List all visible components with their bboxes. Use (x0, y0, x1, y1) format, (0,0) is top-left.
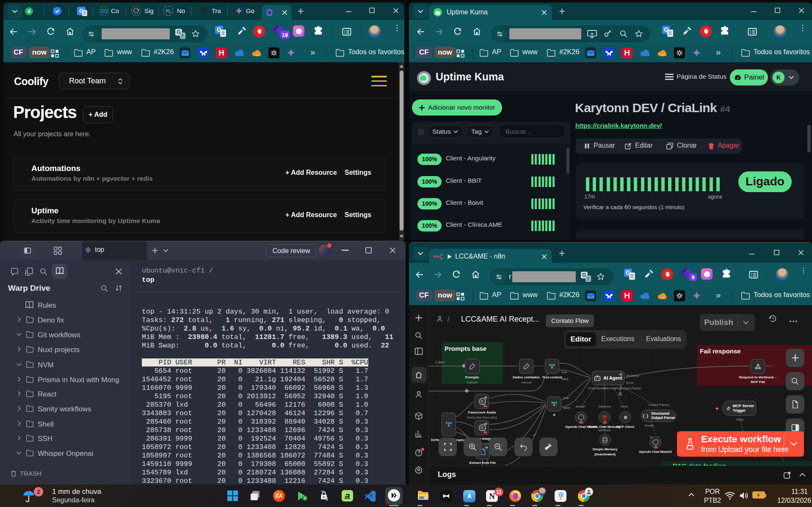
svg-text:Model: Model (576, 405, 585, 408)
svg-text:Memory: Memory (604, 386, 616, 390)
svg-text:Tools: Tools (620, 405, 628, 408)
svg-text:Memory: Memory (598, 428, 610, 432)
svg-text:Tools: Tools (736, 418, 744, 422)
svg-text:Output Parser: Output Parser (648, 403, 669, 407)
svg-text:Success: Success (626, 374, 639, 377)
svg-text:1 item: 1 item (435, 360, 445, 364)
svg-text:true: true (561, 370, 567, 374)
svg-text:true: true (563, 396, 569, 400)
svg-text:Memory: Memory (599, 405, 611, 408)
svg-text:Chat Model: Chat Model (588, 386, 605, 390)
svg-text:Error: Error (626, 381, 634, 385)
svg-text:Output Parser: Output Parser (620, 386, 641, 390)
svg-text:false: false (563, 406, 570, 410)
svg-text:Model: Model (645, 424, 654, 427)
svg-text:false: false (561, 377, 569, 381)
